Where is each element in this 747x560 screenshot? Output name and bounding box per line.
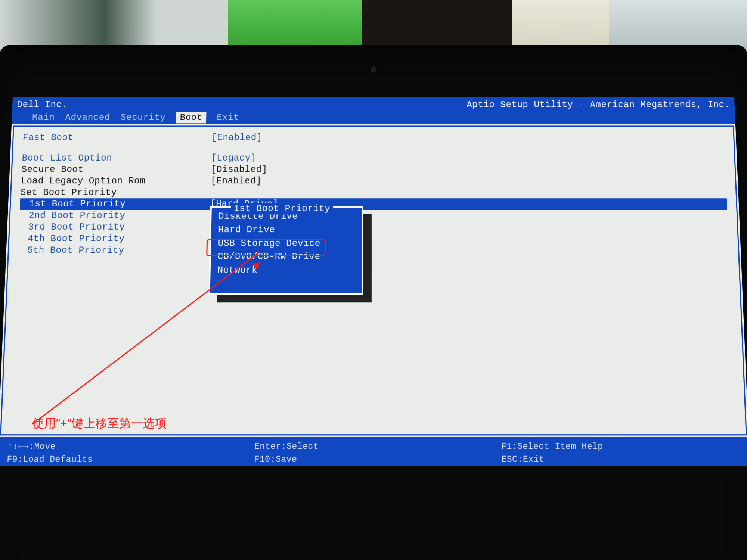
opt-prio5[interactable]: 5th Boot Priority <box>18 245 210 256</box>
opt-boot-list[interactable]: Boot List Option <box>22 152 211 164</box>
hint-exit: ESC:Exit <box>501 454 740 465</box>
tab-exit[interactable]: Exit <box>217 112 239 123</box>
tab-main[interactable]: Main <box>32 112 55 123</box>
annotation-arrow-line <box>32 252 259 425</box>
opt-secure-boot[interactable]: Secure Boot <box>21 164 211 175</box>
hint-save: F10:Save <box>254 454 493 465</box>
tab-advanced[interactable]: Advanced <box>65 112 110 123</box>
webcam <box>371 66 376 72</box>
room-curtain <box>512 0 609 49</box>
bios-header: Dell Inc. Aptio Setup Utility - American… <box>12 97 735 124</box>
opt-legacy-rom[interactable]: Load Legacy Option Rom <box>21 175 211 187</box>
bios-screen: Dell Inc. Aptio Setup Utility - American… <box>0 97 747 465</box>
hint-defaults: F9:Load Defaults <box>7 454 246 465</box>
val-boot-list[interactable]: [Legacy] <box>211 152 256 164</box>
opt-prio3[interactable]: 3rd Boot Priority <box>19 221 210 233</box>
opt-prio1[interactable]: 1st Boot Priority <box>20 198 210 210</box>
tab-boot[interactable]: Boot <box>176 112 206 123</box>
opt-prio4[interactable]: 4th Boot Priority <box>18 233 210 245</box>
room-greenwall <box>228 0 362 45</box>
popup-item-usb[interactable]: USB Storage Device <box>218 237 355 250</box>
vendor-label: Dell Inc. <box>17 99 68 111</box>
utility-title: Aptio Setup Utility - American Megatrend… <box>467 99 730 111</box>
hint-help: F1:Select Item Help <box>501 441 740 452</box>
val-secure-boot[interactable]: [Disabled] <box>211 164 267 175</box>
bios-panel: Fast Boot [Enabled] Boot List Option [Le… <box>0 125 747 435</box>
tab-security[interactable]: Security <box>121 112 166 123</box>
room-chair <box>362 0 512 45</box>
laptop-bezel: Dell Inc. Aptio Setup Utility - American… <box>0 45 747 560</box>
val-fast-boot[interactable]: [Enabled] <box>211 132 262 143</box>
hint-move: ↑↓←→:Move <box>7 441 246 452</box>
popup-item-hdd[interactable]: Hard Drive <box>218 223 355 237</box>
room-left <box>0 0 261 49</box>
annotation-text: 使用"+"键上移至第一选项 <box>32 416 167 431</box>
opt-fast-boot[interactable]: Fast Boot <box>22 132 211 143</box>
boot-priority-popup: 1st Boot Priority Diskette Drive Hard Dr… <box>208 206 363 295</box>
popup-item-network[interactable]: Network <box>217 264 355 277</box>
popup-title: 1st Boot Priority <box>231 203 334 215</box>
opt-set-boot-priority[interactable]: Set Boot Priority <box>20 187 211 198</box>
hint-select: Enter:Select <box>254 441 493 452</box>
bios-footer: ↑↓←→:Move Enter:Select F1:Select Item He… <box>0 437 747 466</box>
val-legacy-rom[interactable]: [Enabled] <box>211 175 262 187</box>
bios-tabs: Main Advanced Security Boot Exit <box>16 112 731 123</box>
popup-item-cddvd[interactable]: CD/DVD/CD-RW Drive <box>218 250 355 264</box>
opt-prio2[interactable]: 2nd Boot Priority <box>19 210 210 221</box>
